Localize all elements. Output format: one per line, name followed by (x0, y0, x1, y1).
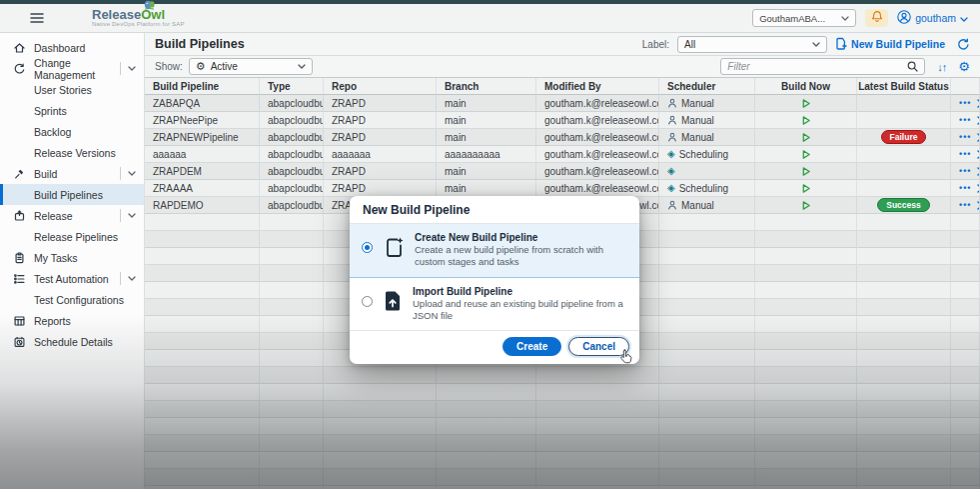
column-header-build-pipeline[interactable]: Build Pipeline (145, 78, 260, 95)
cell-scheduler: Manual (659, 197, 755, 214)
column-header-repo[interactable]: Repo (324, 78, 437, 95)
avatar-icon (897, 10, 911, 26)
empty-cell (951, 265, 980, 282)
modal-option-create-new-build-pipeline[interactable]: Create New Build PipelineCreate a new bu… (350, 224, 639, 278)
sidebar-item-release[interactable]: Release (0, 205, 144, 226)
empty-cell (324, 401, 437, 418)
chevron-down-icon[interactable] (128, 171, 136, 176)
sidebar-item-change-management[interactable]: Change Management (0, 58, 144, 79)
sidebar-item-release-pipelines[interactable]: Release Pipelines (0, 226, 144, 247)
more-actions-icon[interactable]: ••• (959, 115, 971, 125)
cell-type: abapcloudbu... (260, 163, 324, 180)
table-row-aaaaaa[interactable]: aaaaaaabapcloudbu...aaaaaaaaaaaaaaaaagou… (145, 146, 980, 163)
column-header-type[interactable]: Type (260, 78, 324, 95)
chevron-down-icon[interactable] (128, 276, 136, 281)
cell-latest-build-status (857, 146, 951, 163)
more-actions-icon[interactable]: ••• (959, 166, 971, 176)
more-actions-icon[interactable]: ••• (959, 132, 971, 142)
empty-cell (145, 367, 260, 384)
sidebar-item-test-configurations[interactable]: Test Configurations (0, 289, 144, 310)
sidebar-item-build-pipelines[interactable]: Build Pipelines (0, 184, 144, 205)
radio-unselected[interactable] (362, 296, 373, 307)
table-row-zabapqa[interactable]: ZABAPQAabapcloudbu...ZRAPDmaingoutham.k@… (145, 95, 980, 112)
table-header-row: Build PipelineTypeRepoBranchModified ByS… (145, 78, 980, 95)
sidebar-item-label: Test Configurations (34, 294, 124, 306)
empty-cell (260, 214, 324, 231)
cell-branch: main (437, 180, 536, 197)
empty-cell (260, 435, 324, 452)
change-icon (13, 63, 26, 75)
org-selector[interactable]: GouthamABA... (752, 9, 856, 27)
show-caption: Show: (155, 61, 183, 72)
column-header-build-now[interactable]: Build Now (755, 78, 857, 95)
user-menu[interactable]: goutham (897, 10, 968, 26)
column-header-latest-build-status[interactable]: Latest Build Status (857, 78, 951, 95)
build-now-play-button[interactable] (801, 166, 811, 177)
table-settings-gear-icon[interactable]: ⚙ (958, 60, 970, 73)
chevron-down-icon (812, 42, 820, 47)
build-now-play-button[interactable] (801, 149, 811, 160)
build-now-play-button[interactable] (801, 98, 811, 109)
new-build-pipeline-modal: New Build Pipeline Create New Build Pipe… (350, 196, 639, 364)
column-header-branch[interactable]: Branch (437, 78, 536, 95)
cell-build-pipeline: ZRAAAA (145, 180, 260, 197)
chevron-down-icon[interactable] (128, 66, 136, 71)
sidebar-item-my-tasks[interactable]: My Tasks (0, 247, 144, 268)
sort-icon[interactable]: ↓↑ (937, 61, 946, 73)
refresh-icon[interactable] (957, 38, 970, 51)
empty-table-row (145, 418, 980, 435)
sidebar-item-backlog[interactable]: Backlog (0, 121, 144, 142)
more-actions-icon[interactable]: ••• (959, 200, 971, 210)
build-now-play-button[interactable] (801, 115, 811, 126)
cell-actions: ••• (951, 163, 980, 180)
chevron-down-icon[interactable] (128, 213, 136, 218)
sidebar-item-dashboard[interactable]: Dashboard (0, 37, 144, 58)
build-now-play-button[interactable] (801, 183, 811, 194)
test-icon (13, 273, 26, 285)
build-now-play-button[interactable] (801, 200, 811, 211)
column-header-modified-by[interactable]: Modified By (536, 78, 659, 95)
scheduling-diamond-icon: ◈ (667, 149, 675, 159)
column-header-scheduler[interactable]: Scheduler (659, 78, 755, 95)
create-button[interactable]: Create (502, 337, 561, 356)
table-row-zrapnewpipeline[interactable]: ZRAPNEWPipelineabapcloudbu...ZRAPDmaingo… (145, 129, 980, 146)
show-select[interactable]: ⚙ Active (189, 58, 313, 75)
sidebar-item-reports[interactable]: Reports (0, 310, 144, 331)
label-select[interactable]: All (677, 36, 827, 53)
sidebar-item-user-stories[interactable]: User Stories (0, 79, 144, 100)
empty-cell (755, 401, 857, 418)
empty-cell (857, 418, 951, 435)
filter-input[interactable] (727, 61, 907, 72)
status-badge-success: Success (877, 198, 930, 212)
search-icon[interactable] (907, 61, 918, 72)
sidebar-item-release-versions[interactable]: Release Versions (0, 142, 144, 163)
more-actions-icon[interactable]: ••• (959, 98, 971, 108)
cell-actions: ••• (951, 197, 980, 214)
sidebar-item-label: Reports (34, 315, 71, 327)
app-logo: ReleaseOwl Native DevOps Platform for SA… (92, 9, 185, 27)
radio-selected[interactable] (362, 242, 373, 253)
empty-cell (145, 316, 260, 333)
build-now-play-button[interactable] (801, 132, 811, 143)
tasks-icon (13, 252, 26, 264)
cell-build-now (755, 112, 857, 129)
sidebar-item-sprints[interactable]: Sprints (0, 100, 144, 121)
doc-create-icon (383, 236, 405, 258)
empty-cell (536, 418, 659, 435)
sidebar-item-test-automation[interactable]: Test Automation (0, 268, 144, 289)
menu-icon[interactable] (30, 12, 44, 24)
empty-cell (857, 333, 951, 350)
table-row-zrapneepipe[interactable]: ZRAPNeePipeabapcloudbu...ZRAPDmaingoutha… (145, 112, 980, 129)
cell-branch: main (437, 112, 536, 129)
sidebar-item-schedule-details[interactable]: Schedule Details (0, 331, 144, 352)
modal-option-import-build-pipeline[interactable]: Import Build PipelineUpload and reuse an… (350, 278, 639, 332)
table-row-zrapdem[interactable]: ZRAPDEMabapcloudbu...ZRAPDmaingoutham.k@… (145, 163, 980, 180)
notifications-button[interactable] (865, 9, 888, 27)
sidebar-item-build[interactable]: Build (0, 163, 144, 184)
new-build-pipeline-button[interactable]: New Build Pipeline (835, 37, 945, 52)
more-actions-icon[interactable]: ••• (959, 183, 971, 193)
more-actions-icon[interactable]: ••• (959, 149, 971, 159)
owl-logo-icon (143, 0, 157, 10)
table-row-zraaaa[interactable]: ZRAAAAabapcloudbu...ZRAPDmaingoutham.k@r… (145, 180, 980, 197)
empty-cell (324, 418, 437, 435)
